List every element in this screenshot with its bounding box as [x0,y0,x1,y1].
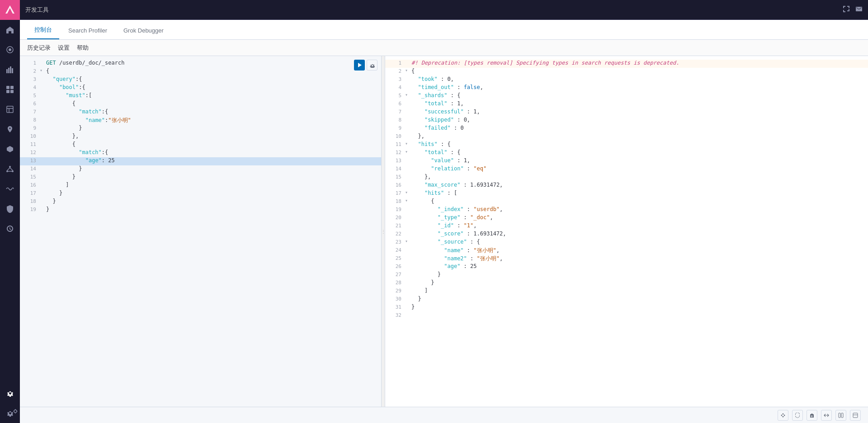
app-title: 开发工具 [25,6,49,14]
footer-btn-refresh[interactable] [792,410,803,421]
response-line-17: 17 ▾ "hits" : [ [385,190,868,198]
sidebar-item-visualize[interactable] [0,60,20,80]
response-line-32: 32 [385,312,868,320]
sidebar-item-siem[interactable] [0,199,20,219]
query-line-15: 15 } [20,174,381,182]
pane-divider[interactable]: ⋮ [382,56,385,407]
response-line-30: 30 } [385,296,868,304]
svg-rect-6 [10,66,11,73]
sidebar-item-uptime[interactable] [0,219,20,239]
sidebar [0,0,20,423]
run-button[interactable] [354,60,365,70]
sidebar-item-dashboard[interactable] [0,80,20,99]
query-line-4: 4 "bool":{ [20,84,381,92]
svg-rect-9 [10,86,14,89]
help-button[interactable]: 帮助 [77,42,89,54]
query-line-3: 3 "query":{ [20,76,381,84]
footer-btn-move[interactable] [778,410,788,421]
footer-toolbar [20,407,868,423]
tab-search-profiler[interactable]: Search Profiler [61,23,114,39]
response-line-24: 24 "name" : "张小明", [385,247,868,255]
query-line-9: 9 } [20,125,381,133]
mail-icon[interactable] [855,5,863,14]
response-line-25: 25 "name2" : "张小明", [385,255,868,263]
response-line-7: 7 "successful" : 1, [385,108,868,117]
tab-grok-debugger[interactable]: Grok Debugger [116,23,171,39]
response-line-14: 14 "relation" : "eq" [385,165,868,174]
response-line-28: 28 } [385,279,868,287]
query-line-17: 17 } [20,190,381,198]
response-pane: 1 #! Deprecation: [types removal] Specif… [385,56,868,407]
response-line-22: 22 "_score" : 1.6931472, [385,230,868,239]
response-line-15: 15 }, [385,174,868,182]
footer-btn-split[interactable] [835,410,846,421]
query-line-2: 2 ▾ { [20,68,381,76]
response-line-5: 5 ▾ "_shards" : { [385,92,868,100]
response-line-18: 18 ▾ { [385,198,868,206]
query-line-7: 7 "match":{ [20,108,381,117]
response-line-13: 13 "value" : 1, [385,157,868,165]
response-line-27: 27 } [385,271,868,279]
query-line-14: 14 } [20,165,381,174]
query-line-6: 6 { [20,100,381,108]
settings-button[interactable]: 设置 [58,42,70,54]
sidebar-item-maps[interactable] [0,119,20,139]
svg-marker-22 [358,63,362,67]
sidebar-item-discover[interactable] [0,40,20,60]
footer-btn-minimize[interactable] [850,410,861,421]
svg-line-20 [10,168,13,170]
response-line-20: 20 "_type" : "_doc", [385,214,868,222]
query-code-area[interactable]: 1 GET /userdb/_doc/_search 2 ▾ { 3 "quer… [20,56,381,407]
query-line-13: 13 "age": 25 [20,157,381,165]
svg-rect-10 [6,90,9,93]
svg-rect-25 [853,413,858,418]
response-code-area: 1 #! Deprecation: [types removal] Specif… [385,56,868,407]
query-line-10: 10 }, [20,133,381,141]
sidebar-item-devtools[interactable] [0,383,20,403]
pane-toolbar [354,60,377,70]
query-line-16: 16 ] [20,182,381,190]
query-line-12: 12 "match":{ [20,149,381,157]
response-line-1: 1 #! Deprecation: [types removal] Specif… [385,60,868,68]
app-logo [0,0,20,20]
response-line-8: 8 "skipped" : 0, [385,117,868,125]
sidebar-item-ml[interactable] [0,139,20,159]
svg-rect-23 [839,413,840,418]
response-line-29: 29 ] [385,287,868,296]
toolbar: 历史记录 设置 帮助 [20,40,868,56]
sidebar-item-apm[interactable] [0,179,20,199]
tab-console[interactable]: 控制台 [27,21,59,39]
svg-rect-4 [6,69,8,73]
sidebar-item-graph[interactable] [0,159,20,179]
footer-btn-collapse[interactable] [821,410,832,421]
query-pane[interactable]: 1 GET /userdb/_doc/_search 2 ▾ { 3 "quer… [20,56,382,407]
response-line-31: 31 } [385,304,868,312]
response-line-19: 19 "_index" : "userdb", [385,206,868,214]
tab-bar: 控制台 Search Profiler Grok Debugger [20,20,868,40]
settings-pane-button[interactable] [367,60,377,70]
sidebar-item-home[interactable] [0,20,20,40]
query-line-11: 11 { [20,141,381,149]
sidebar-expand-button[interactable] [5,403,25,419]
svg-rect-11 [10,90,14,93]
response-line-4: 4 "timed_out" : false, [385,84,868,92]
response-line-10: 10 }, [385,133,868,141]
svg-rect-8 [6,86,9,89]
fullscreen-icon[interactable] [843,5,850,14]
top-bar: 开发工具 [20,0,868,20]
svg-rect-5 [8,68,9,73]
sidebar-item-canvas[interactable] [0,99,20,119]
main-content: 开发工具 控制台 Search Profiler Grok Debugger 历… [20,0,868,423]
query-line-5: 5 "must":[ [20,92,381,100]
response-line-2: 2 ▾ { [385,68,868,76]
response-line-3: 3 "took" : 0, [385,76,868,84]
svg-point-3 [9,48,11,51]
response-line-26: 26 "age" : 25 [385,263,868,271]
footer-btn-delete[interactable] [807,410,817,421]
response-line-23: 23 ▾ "_source" : { [385,239,868,247]
query-line-1: 1 GET /userdb/_doc/_search [20,60,381,68]
history-button[interactable]: 历史记录 [27,42,51,54]
query-line-8: 8 "name":"张小明" [20,117,381,125]
svg-rect-7 [12,68,13,73]
response-line-11: 11 ▾ "hits" : { [385,141,868,149]
